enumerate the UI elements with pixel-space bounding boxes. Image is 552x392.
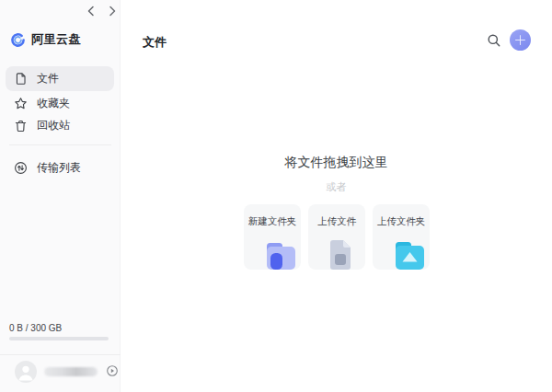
sidebar: 阿里云盘 文件 收藏夹 — [0, 0, 121, 392]
add-button[interactable] — [510, 29, 531, 51]
new-folder-icon — [264, 239, 297, 270]
sidebar-item-favorites[interactable]: 收藏夹 — [6, 91, 114, 116]
upload-folder-icon — [393, 239, 426, 270]
sidebar-item-label: 文件 — [37, 71, 59, 86]
user-account-row[interactable] — [0, 359, 121, 390]
action-cards: 新建文件夹 上传文件 — [244, 204, 430, 270]
sidebar-item-label: 收藏夹 — [37, 96, 70, 111]
sidebar-item-files[interactable]: 文件 — [6, 66, 114, 91]
sidebar-bottom-divider — [0, 354, 121, 355]
sidebar-item-label: 传输列表 — [37, 160, 81, 176]
aliyun-drive-logo-icon — [10, 32, 26, 48]
card-label: 上传文件 — [308, 215, 365, 228]
app-name: 阿里云盘 — [31, 31, 81, 48]
avatar — [15, 361, 37, 383]
back-icon[interactable] — [83, 4, 98, 18]
search-icon[interactable] — [487, 33, 501, 48]
storage-usage-text: 0 B / 300 GB — [9, 323, 62, 333]
upload-file-card[interactable]: 上传文件 — [308, 204, 365, 270]
upload-folder-card[interactable]: 上传文件夹 — [373, 204, 430, 270]
aliyun-drive-window: 阿里云盘 文件 收藏夹 — [0, 0, 552, 392]
forward-icon[interactable] — [105, 4, 120, 18]
page-title: 文件 — [143, 34, 167, 51]
card-label: 上传文件夹 — [373, 215, 430, 228]
sidebar-item-label: 回收站 — [37, 118, 70, 133]
username-redacted — [44, 367, 98, 376]
account-menu-icon[interactable] — [106, 364, 119, 377]
card-label: 新建文件夹 — [244, 215, 301, 228]
new-folder-card[interactable]: 新建文件夹 — [244, 204, 301, 270]
empty-state-headline: 将文件拖拽到这里 — [121, 155, 552, 171]
main-content: 文件 将文件拖拽到这里 或者 新建文件夹 — [121, 0, 552, 392]
storage-progress-bar — [9, 337, 109, 340]
sidebar-divider — [9, 144, 111, 145]
trash-icon — [14, 119, 28, 133]
transfer-list-icon — [14, 161, 28, 175]
upload-file-icon — [327, 238, 354, 270]
app-logo-row: 阿里云盘 — [10, 31, 81, 48]
sidebar-item-trash[interactable]: 回收站 — [6, 113, 114, 138]
star-icon — [14, 97, 28, 110]
nav-arrows — [83, 4, 120, 18]
empty-state-or-text: 或者 — [121, 180, 552, 194]
sidebar-item-transfers[interactable]: 传输列表 — [6, 156, 114, 180]
file-icon — [14, 72, 28, 86]
